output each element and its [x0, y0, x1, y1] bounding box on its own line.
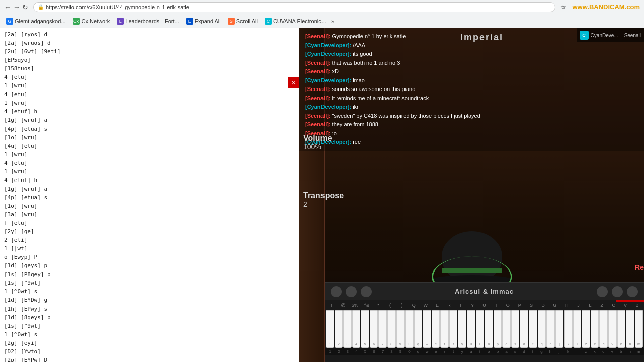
white-key[interactable]: e — [432, 310, 440, 348]
key-label-top: D — [537, 303, 549, 308]
bookmark-label-ea: Expand All — [195, 18, 221, 24]
white-key[interactable]: x — [591, 310, 599, 348]
back-icon[interactable]: ← — [4, 3, 11, 11]
white-key[interactable]: h — [546, 310, 555, 348]
key-label-top: C — [608, 303, 619, 308]
chat-message: ree — [353, 139, 361, 145]
transpose-label: Transpose — [303, 191, 344, 200]
white-key[interactable]: 3 — [343, 310, 352, 348]
white-key[interactable]: 0 — [405, 310, 414, 348]
url-text: https://trello.com/c/6XuuIutU/44-gymnope… — [46, 4, 189, 10]
white-key[interactable]: d — [520, 310, 528, 348]
white-key[interactable]: s — [511, 310, 520, 348]
chat-line: [CyanDeveloper]: lmao — [305, 76, 638, 85]
bookmarks-expand-btn[interactable]: » — [331, 18, 334, 24]
left-panel[interactable]: [2a] [ryos] d[2a] [wruos] d[2u] [6wt] [9… — [0, 28, 299, 362]
note-line: 1 [wru] — [4, 167, 295, 176]
white-key[interactable]: m — [635, 310, 643, 348]
url-bar[interactable]: 🔒 https://trello.com/c/6XuuIutU/44-gymno… — [33, 2, 555, 12]
star-icon[interactable]: ☆ — [560, 4, 566, 11]
note-line: [4u] [etu] — [4, 142, 295, 150]
piano-dot-2[interactable] — [346, 286, 357, 297]
note-line: [158tuos] — [4, 64, 295, 73]
white-key[interactable]: t — [449, 310, 458, 348]
note-line: [2u] [6wt] [9eti] — [4, 47, 295, 56]
chat-speaker: [CyanDeveloper]: — [305, 104, 351, 110]
white-key[interactable]: n — [626, 310, 634, 348]
bookmark-label-lb: Leaderboards - Fort... — [125, 18, 179, 24]
white-key[interactable]: 7 — [378, 310, 387, 348]
key-number: 0 — [405, 349, 414, 354]
white-key[interactable]: j — [555, 310, 564, 348]
white-key[interactable]: b — [617, 310, 626, 348]
key-label-top: P — [514, 303, 525, 308]
key-number: u — [467, 349, 476, 354]
white-key[interactable]: o — [485, 310, 493, 348]
white-key[interactable]: 6 — [370, 310, 378, 348]
chat-line: [Seenall]: "sweden" by C418 was inspired… — [305, 112, 638, 120]
white-key[interactable]: v — [608, 310, 617, 348]
white-key[interactable]: 1 — [326, 310, 334, 348]
white-key[interactable]: w — [423, 310, 431, 348]
white-key[interactable]: a — [502, 310, 511, 348]
piano-area: Aricsul & Immac !@$%^&*()QWERTYUIOPSDGHJ… — [325, 282, 644, 362]
bookmark-glemt[interactable]: G Glemt adgangskod... — [3, 17, 69, 26]
note-line: [1s] [P8qey] p — [4, 270, 295, 279]
key-number: 9 — [396, 349, 405, 354]
white-key[interactable]: 8 — [387, 310, 396, 348]
bookmark-cx[interactable]: Cx Cx Network — [70, 17, 113, 26]
piano-dot-r2[interactable] — [612, 286, 623, 297]
white-key[interactable]: g — [538, 310, 546, 348]
piano-dot-r3[interactable] — [627, 286, 638, 297]
white-key[interactable]: q — [414, 310, 423, 348]
chat-message: ikr — [353, 104, 359, 110]
note-line: [1s] [^9wt] — [4, 279, 295, 287]
key-number: z — [581, 349, 590, 354]
key-number: v — [608, 349, 617, 354]
bookmark-leaderboards[interactable]: L Leaderboards - Fort... — [114, 17, 182, 26]
chat-line: [Seenall]: xD — [305, 67, 638, 76]
piano-top-bar: Aricsul & Immac — [325, 283, 644, 300]
key-label-top: ^& — [361, 303, 372, 308]
white-key[interactable]: u — [467, 310, 475, 348]
chat-overlay: [Seenall]: Gymnopedie n° 1 by erik satie… — [299, 28, 644, 151]
white-key[interactable]: r — [440, 310, 449, 348]
key-label-top: S — [525, 303, 537, 308]
key-number: c — [599, 349, 608, 354]
bookmark-icon-glemt: G — [6, 18, 13, 25]
white-key[interactable]: 9 — [396, 310, 405, 348]
white-key[interactable]: l — [573, 310, 582, 348]
bookmark-cuvana[interactable]: C CUVANA Electronic... — [262, 17, 329, 26]
key-label-top: * — [373, 303, 384, 308]
piano-controls-left — [331, 286, 372, 297]
chat-message: "sweden" by C418 was inspired by those p… — [332, 113, 480, 119]
key-label-top: ! — [326, 303, 337, 308]
piano-dot-r1[interactable] — [597, 286, 608, 297]
piano-dot-3[interactable] — [361, 286, 372, 297]
key-label-top: @ — [337, 303, 349, 308]
white-key[interactable]: c — [599, 310, 608, 348]
white-key[interactable]: 5 — [361, 310, 369, 348]
note-line: [1h] [EPwy] s — [4, 305, 295, 313]
white-key[interactable]: f — [529, 310, 537, 348]
browser-bar: ← → ↻ 🔒 https://trello.com/c/6XuuIutU/44… — [0, 0, 644, 14]
key-labels-top: !@$%^&*()QWERTYUIOPSDGHJLZCVB — [325, 300, 644, 310]
white-key[interactable]: i — [476, 310, 485, 348]
bookmark-expand-all[interactable]: E Expand All — [183, 17, 224, 26]
close-panel-btn[interactable]: ✕ — [288, 77, 299, 88]
bookmark-label-cx: Cx Network — [82, 18, 110, 24]
forward-icon[interactable]: → — [13, 3, 20, 11]
bandicam-logo: www.BANDICAM.com — [572, 3, 640, 11]
white-key[interactable]: p — [494, 310, 502, 348]
white-keys[interactable]: 1234567890qwertyuiopasdfghjklzxcvbnm — [325, 310, 644, 348]
bookmark-scroll-all[interactable]: S Scroll All — [225, 17, 261, 26]
white-key[interactable]: 2 — [335, 310, 343, 348]
white-key[interactable]: 4 — [352, 310, 361, 348]
white-key[interactable]: z — [582, 310, 590, 348]
white-key[interactable]: y — [458, 310, 466, 348]
white-key[interactable]: k — [564, 310, 573, 348]
refresh-icon[interactable]: ↻ — [22, 3, 28, 11]
chat-line: [CyanDeveloper]: ikr — [305, 103, 638, 111]
piano-dot-1[interactable] — [331, 286, 342, 297]
transpose-value: 2 — [303, 200, 344, 208]
